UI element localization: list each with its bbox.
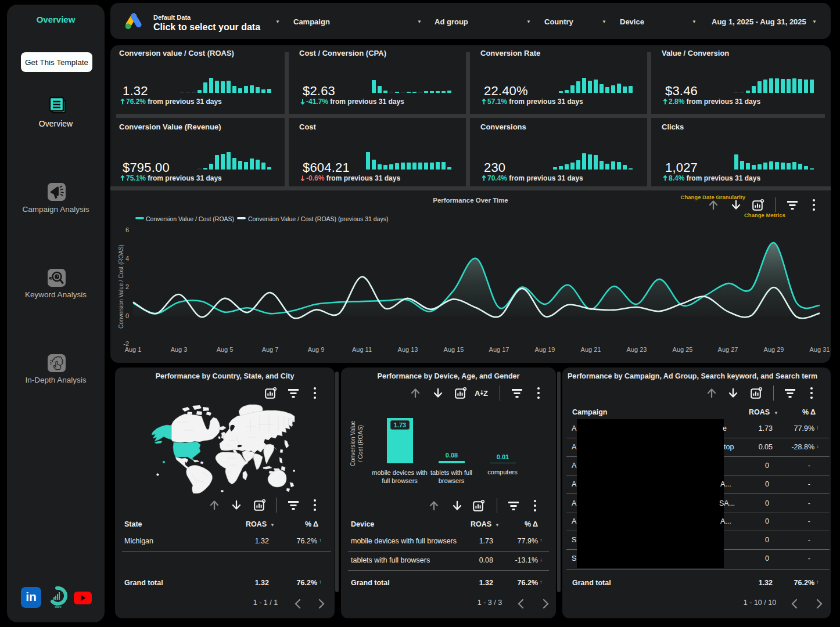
svg-text:A: A: [475, 389, 480, 398]
svg-text:Z: Z: [483, 389, 488, 398]
svg-text:clare: clare: [55, 605, 62, 608]
